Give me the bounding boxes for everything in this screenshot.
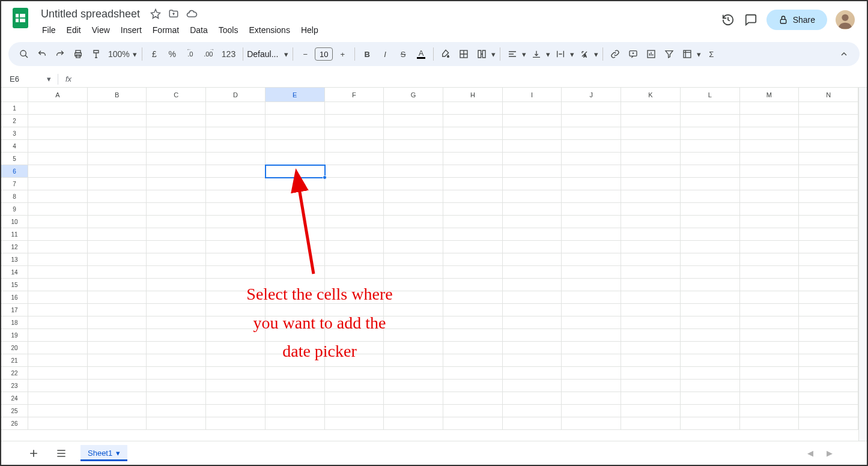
- cell[interactable]: [384, 102, 443, 115]
- percent-format-button[interactable]: %: [164, 46, 181, 62]
- cell[interactable]: [681, 165, 740, 178]
- cell[interactable]: [88, 228, 147, 241]
- cell[interactable]: [503, 228, 562, 241]
- cell[interactable]: [28, 153, 88, 165]
- column-header[interactable]: H: [443, 88, 503, 102]
- cell[interactable]: [799, 140, 858, 153]
- cell[interactable]: [562, 153, 621, 165]
- row-header[interactable]: 25: [1, 405, 28, 417]
- cell[interactable]: [325, 153, 384, 165]
- cell[interactable]: [325, 304, 384, 316]
- all-sheets-button[interactable]: [53, 445, 70, 462]
- merge-cells-button[interactable]: [473, 46, 490, 62]
- cell[interactable]: [147, 342, 206, 354]
- cell[interactable]: [266, 253, 325, 266]
- row-header[interactable]: 4: [1, 140, 28, 153]
- cell[interactable]: [147, 127, 206, 140]
- text-wrap-button[interactable]: [552, 46, 569, 62]
- cell[interactable]: [681, 392, 740, 405]
- cell[interactable]: [384, 266, 443, 279]
- cell[interactable]: [266, 241, 325, 253]
- cell[interactable]: [621, 153, 681, 165]
- tab-scroll-left[interactable]: ◀: [803, 446, 818, 461]
- cell[interactable]: [740, 291, 800, 304]
- cell[interactable]: [325, 354, 384, 367]
- cell[interactable]: [621, 291, 681, 304]
- cell[interactable]: [147, 203, 206, 216]
- cell[interactable]: [562, 342, 621, 354]
- cell[interactable]: [681, 304, 740, 316]
- cell[interactable]: [799, 367, 858, 380]
- cell[interactable]: [562, 216, 621, 228]
- cell[interactable]: [266, 367, 325, 380]
- column-header[interactable]: K: [621, 88, 681, 102]
- cell[interactable]: [503, 127, 562, 140]
- cell[interactable]: [443, 203, 503, 216]
- cell[interactable]: [28, 165, 88, 178]
- cell[interactable]: [384, 203, 443, 216]
- menu-format[interactable]: Format: [148, 23, 184, 37]
- cell[interactable]: [740, 405, 800, 417]
- vertical-align-button[interactable]: [528, 46, 545, 62]
- cell[interactable]: [384, 115, 443, 127]
- cell[interactable]: [503, 342, 562, 354]
- cell[interactable]: [740, 253, 800, 266]
- cell[interactable]: [266, 203, 325, 216]
- cell[interactable]: [325, 329, 384, 342]
- cell[interactable]: [88, 342, 147, 354]
- cell[interactable]: [384, 342, 443, 354]
- cell[interactable]: [28, 291, 88, 304]
- row-header[interactable]: 21: [1, 354, 28, 367]
- cell[interactable]: [384, 165, 443, 178]
- cell[interactable]: [681, 342, 740, 354]
- cell[interactable]: [28, 228, 88, 241]
- cell[interactable]: [799, 417, 858, 430]
- cell[interactable]: [799, 316, 858, 329]
- cell[interactable]: [384, 241, 443, 253]
- cell[interactable]: [384, 367, 443, 380]
- cell[interactable]: [443, 241, 503, 253]
- cell[interactable]: [562, 127, 621, 140]
- cell[interactable]: [147, 178, 206, 190]
- cell[interactable]: [621, 228, 681, 241]
- history-icon[interactable]: [721, 13, 735, 27]
- chevron-down-icon[interactable]: ▾: [593, 50, 599, 59]
- cell[interactable]: [206, 266, 266, 279]
- cell[interactable]: [384, 304, 443, 316]
- zoom-select[interactable]: 100%: [106, 46, 132, 62]
- cell[interactable]: [384, 405, 443, 417]
- comment-icon[interactable]: [744, 13, 758, 27]
- cell[interactable]: [799, 380, 858, 392]
- cell[interactable]: [88, 291, 147, 304]
- row-header[interactable]: 17: [1, 304, 28, 316]
- cell[interactable]: [88, 417, 147, 430]
- cell[interactable]: [88, 380, 147, 392]
- cell[interactable]: [266, 153, 325, 165]
- insert-comment-icon[interactable]: [625, 46, 642, 62]
- cell[interactable]: [799, 115, 858, 127]
- cell[interactable]: [266, 165, 325, 178]
- row-header[interactable]: 3: [1, 127, 28, 140]
- row-header[interactable]: 6: [1, 165, 28, 178]
- column-header[interactable]: B: [88, 88, 147, 102]
- cell[interactable]: [740, 392, 800, 405]
- cell[interactable]: [799, 190, 858, 203]
- cell[interactable]: [562, 253, 621, 266]
- currency-format-button[interactable]: £: [146, 46, 163, 62]
- cell[interactable]: [681, 241, 740, 253]
- cell[interactable]: [503, 417, 562, 430]
- cell[interactable]: [206, 241, 266, 253]
- cell[interactable]: [384, 392, 443, 405]
- cell[interactable]: [799, 253, 858, 266]
- cell[interactable]: [443, 253, 503, 266]
- cell[interactable]: [681, 253, 740, 266]
- cell[interactable]: [443, 342, 503, 354]
- cell[interactable]: [740, 228, 800, 241]
- cell[interactable]: [266, 342, 325, 354]
- cell[interactable]: [740, 203, 800, 216]
- formula-input[interactable]: [75, 74, 867, 83]
- cell[interactable]: [443, 316, 503, 329]
- cell[interactable]: [325, 216, 384, 228]
- cell[interactable]: [562, 304, 621, 316]
- chevron-down-icon[interactable]: ▾: [132, 50, 138, 59]
